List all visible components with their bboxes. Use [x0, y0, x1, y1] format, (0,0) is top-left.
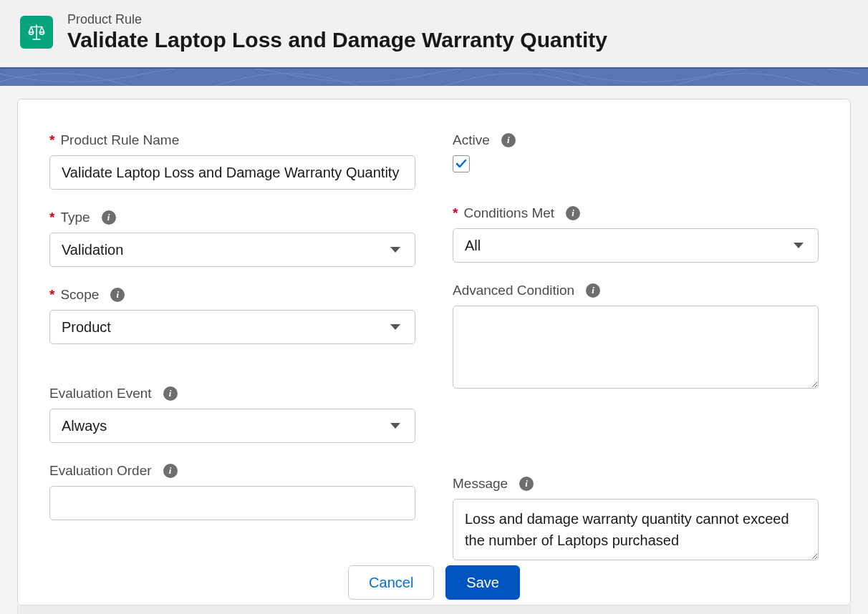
label-advanced-condition: Advanced Condition — [453, 283, 574, 298]
required-marker: * — [453, 205, 458, 221]
chevron-down-icon — [794, 243, 804, 248]
info-icon[interactable]: i — [501, 133, 516, 147]
chevron-down-icon — [390, 247, 400, 253]
field-evaluation-event: Evaluation Event i Always — [49, 386, 415, 443]
evaluation-event-value: Always — [62, 418, 107, 434]
field-conditions-met: * Conditions Met i All — [453, 205, 819, 263]
conditions-met-select[interactable]: All — [453, 228, 819, 263]
required-marker: * — [49, 132, 54, 148]
cancel-button[interactable]: Cancel — [348, 565, 434, 600]
field-message: Message i — [453, 476, 819, 563]
conditions-met-value: All — [465, 238, 481, 254]
required-marker: * — [49, 210, 54, 225]
field-advanced-condition: Advanced Condition i — [453, 283, 819, 391]
info-icon[interactable]: i — [586, 283, 600, 298]
type-select-value: Validation — [62, 242, 123, 258]
save-button[interactable]: Save — [445, 565, 520, 600]
field-type: * Type i Validation — [49, 210, 415, 267]
label-product-rule-name: Product Rule Name — [60, 132, 179, 148]
message-textarea[interactable] — [453, 499, 819, 560]
info-icon[interactable]: i — [163, 386, 178, 401]
header-eyebrow: Product Rule — [67, 11, 607, 27]
label-message: Message — [453, 476, 508, 492]
info-icon[interactable]: i — [102, 210, 116, 225]
evaluation-order-input[interactable] — [49, 486, 415, 520]
field-scope: * Scope i Product — [49, 287, 415, 344]
product-rule-icon — [20, 16, 53, 49]
required-marker: * — [49, 287, 54, 303]
info-icon[interactable]: i — [163, 464, 178, 478]
chevron-down-icon — [390, 324, 400, 330]
active-checkbox[interactable] — [453, 155, 470, 172]
scope-select[interactable]: Product — [49, 310, 415, 344]
field-evaluation-order: Evaluation Order i — [49, 463, 415, 520]
form-card: * Product Rule Name * Type i Validation — [17, 99, 851, 605]
label-active: Active — [453, 132, 490, 148]
field-active: Active i — [453, 132, 819, 172]
label-evaluation-order: Evaluation Order — [49, 463, 152, 479]
type-select[interactable]: Validation — [49, 233, 415, 267]
header-decorative-band — [0, 67, 868, 86]
label-conditions-met: Conditions Met — [463, 205, 554, 221]
page-header: Product Rule Validate Laptop Loss and Da… — [0, 0, 868, 67]
evaluation-event-select[interactable]: Always — [49, 409, 415, 443]
label-evaluation-event: Evaluation Event — [49, 386, 152, 401]
advanced-condition-textarea[interactable] — [453, 306, 819, 389]
check-icon — [455, 158, 467, 170]
chevron-down-icon — [390, 423, 400, 429]
lookup-query-section: Lookup Query Information Lookup Object i — [17, 605, 851, 614]
page-title: Validate Laptop Loss and Damage Warranty… — [67, 27, 607, 53]
product-rule-name-input[interactable] — [49, 155, 415, 190]
label-type: Type — [60, 210, 90, 225]
info-icon[interactable]: i — [566, 206, 580, 220]
info-icon[interactable]: i — [110, 288, 125, 302]
label-scope: Scope — [60, 287, 99, 303]
field-product-rule-name: * Product Rule Name — [49, 132, 415, 190]
info-icon[interactable]: i — [519, 477, 534, 491]
scope-select-value: Product — [62, 319, 111, 336]
